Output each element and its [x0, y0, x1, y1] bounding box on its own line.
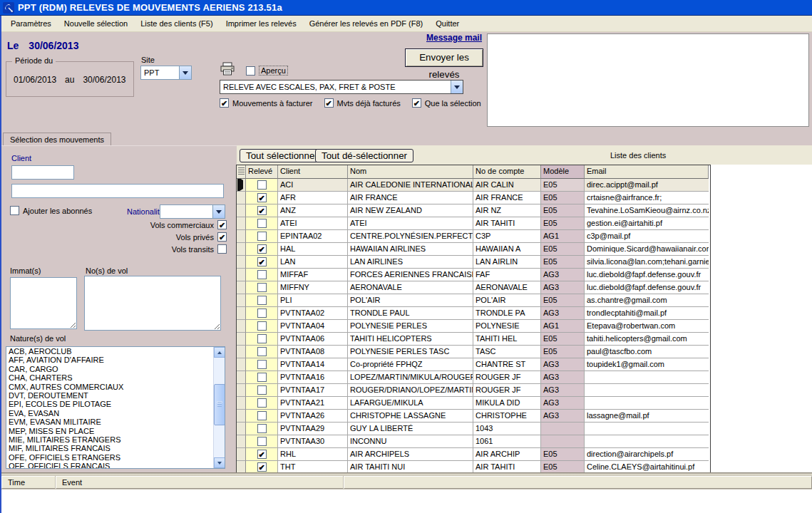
- row-selector-cell[interactable]: [237, 217, 246, 230]
- grid-row[interactable]: PVTNTAA06TAHITI HELICOPTERSTAHITI HELE05…: [237, 333, 710, 346]
- tout-selectionner-button[interactable]: Tout sélectionner: [240, 149, 324, 162]
- releve-checkbox[interactable]: [257, 360, 267, 369]
- ajouter-abonnes-checkbox[interactable]: [10, 206, 19, 215]
- nationalite-dropdown-button[interactable]: [212, 205, 225, 218]
- grid-row[interactable]: ✔ANZAIR NEW ZEALANDAIR NZE05Tevahine.LoS…: [237, 204, 710, 217]
- releve-checkbox[interactable]: [257, 437, 267, 446]
- vols-transits-checkbox[interactable]: [217, 244, 227, 254]
- row-selector-cell[interactable]: [237, 269, 246, 281]
- releve-checkbox[interactable]: [257, 398, 267, 408]
- grid-row[interactable]: PVTNTAA29GUY LA LIBERTÉ1043: [237, 423, 710, 435]
- grid-row[interactable]: MIFFAFFORCES AERIENNES FRANCAISEFAFAG3lu…: [237, 269, 710, 281]
- grid-row[interactable]: ✔AFRAIR FRANCEAIR FRANCEE05crtaisne@airf…: [237, 192, 710, 204]
- log-header-time[interactable]: Time: [1, 476, 56, 489]
- header-nom[interactable]: Nom: [348, 165, 473, 179]
- row-selector-cell[interactable]: [237, 179, 246, 192]
- row-selector-cell[interactable]: [237, 423, 246, 435]
- grid-row[interactable]: PLIPOL'AIRPOL'AIRE05as.chantre@gmail.com: [237, 294, 710, 307]
- nature-list-item[interactable]: DVT, DEROUTEMENT: [9, 391, 213, 400]
- header-email[interactable]: Email: [585, 165, 709, 179]
- nature-list-scrollbar[interactable]: [213, 347, 225, 468]
- title-bar[interactable]: PPT (RDM) RELEVES DE MOUVEMENTS AERIENS …: [0, 0, 812, 16]
- printer-icon[interactable]: [220, 62, 235, 76]
- nature-list-item[interactable]: CMX, AUTRES COMMERCIAUX: [9, 383, 213, 391]
- menu-nouvelle-selection[interactable]: Nouvelle sélection: [58, 17, 134, 30]
- row-selector-cell[interactable]: [237, 204, 246, 217]
- row-selector-cell[interactable]: [237, 230, 246, 243]
- immat-textarea[interactable]: [10, 277, 77, 329]
- releve-checkbox[interactable]: [257, 385, 267, 395]
- vols-prives-checkbox[interactable]: ✔: [217, 232, 227, 242]
- grid-row[interactable]: PVTNTAA16LOPEZ/MARTIN/MIKULA/ROUGERROUGE…: [237, 371, 710, 384]
- releve-checkbox[interactable]: [257, 309, 267, 318]
- apercu-checkbox[interactable]: [246, 66, 255, 76]
- envoyer-les-releves-button[interactable]: Envoyer les relevés: [405, 48, 483, 67]
- nature-list-item[interactable]: OFE, OFFICIELS ETRANGERS: [9, 453, 213, 462]
- nature-list-item[interactable]: MIE, MILITAIRES ETRANGERS: [9, 435, 213, 444]
- row-selector-cell[interactable]: [237, 435, 246, 448]
- nature-list-item[interactable]: CHA, CHARTERS: [9, 373, 213, 382]
- mail-message-textarea[interactable]: [487, 33, 809, 127]
- releve-checkbox[interactable]: ✔: [257, 257, 267, 266]
- releve-checkbox[interactable]: ✔: [257, 450, 267, 459]
- releve-checkbox[interactable]: [257, 321, 267, 331]
- row-selector-cell[interactable]: [237, 397, 246, 410]
- releve-checkbox[interactable]: [257, 347, 267, 356]
- grid-row[interactable]: ✔HALHAWAIIAN AIRLINESHAWAIIAN AE05Domini…: [237, 243, 710, 256]
- releve-checkbox[interactable]: [257, 373, 267, 382]
- releve-checkbox[interactable]: [257, 219, 267, 228]
- grid-row[interactable]: ATEIATEIAIR TAHITIE05gestion.ei@airtahit…: [237, 217, 710, 230]
- releve-type-combobox[interactable]: RELEVE AVEC ESCALES, PAX, FRET & POSTE: [220, 80, 463, 94]
- no-de-vol-textarea[interactable]: [84, 276, 221, 331]
- row-selector-cell[interactable]: [237, 320, 246, 333]
- nature-list-item[interactable]: AFF, AVIATION D'AFFAIRE: [9, 356, 213, 364]
- site-dropdown-button[interactable]: [179, 66, 191, 79]
- tab-selection-des-mouvements[interactable]: Sélection des mouvements: [3, 133, 111, 146]
- releve-checkbox[interactable]: [257, 424, 267, 433]
- menu-parametres[interactable]: Paramètres: [4, 17, 58, 30]
- releve-checkbox[interactable]: ✔: [257, 462, 267, 472]
- releve-checkbox[interactable]: [257, 180, 267, 190]
- que-la-selection-checkbox[interactable]: ✔: [412, 98, 421, 108]
- releve-checkbox[interactable]: ✔: [257, 244, 267, 254]
- grid-row[interactable]: PVTNTAA04POLYNESIE PERLESPOLYNESIEAG1Ete…: [237, 320, 710, 333]
- menu-generer-pdf[interactable]: Générer les relevés en PDF (F8): [303, 17, 430, 30]
- nature-list-item[interactable]: OFF, OFFICIELS FRANCAIS: [9, 462, 213, 468]
- site-combobox[interactable]: PPT: [140, 66, 192, 80]
- grid-row[interactable]: PVTNTAA08POLYNESIE PERLES TASCTASCE05pau…: [237, 346, 710, 358]
- log-header-event[interactable]: Event: [56, 476, 344, 489]
- row-selector-cell[interactable]: [237, 192, 246, 204]
- mvts-deja-factures-checkbox[interactable]: ✔: [324, 98, 334, 108]
- vols-commerciaux-checkbox[interactable]: ✔: [217, 220, 227, 229]
- scrollbar-thumb[interactable]: [214, 384, 225, 425]
- row-selector-cell[interactable]: [237, 256, 246, 269]
- tout-de-selectionner-button[interactable]: Tout dé-sélectionner: [315, 149, 413, 162]
- grid-row[interactable]: PVTNTAA30INCONNU1061: [237, 435, 710, 448]
- nature-list-item[interactable]: EVM, EVASAN MILITAIRE: [9, 418, 213, 426]
- header-no-de-compte[interactable]: No de compte: [473, 165, 541, 179]
- grid-row[interactable]: ✔RHLAIR ARCHIPELSAIR ARCHIPE05direction@…: [237, 448, 710, 461]
- grid-row[interactable]: ✔LANLAN AIRLINESLAN AIRLINE05silvia.lico…: [237, 256, 710, 269]
- grid-row[interactable]: PVTNTAA21LAFARGUE/MIKULAMIKULA DIDAG3: [237, 397, 710, 410]
- header-modele[interactable]: Modèle: [541, 165, 585, 179]
- row-selector-cell[interactable]: [237, 410, 246, 423]
- row-selector-cell[interactable]: [237, 333, 246, 346]
- row-selector-cell[interactable]: [237, 371, 246, 384]
- row-selector-cell[interactable]: [237, 384, 246, 397]
- grid-row[interactable]: PVTNTAA14Co-propriété FPHQZCHANTRE STAG3…: [237, 358, 710, 371]
- mouvements-a-facturer-checkbox[interactable]: ✔: [220, 98, 229, 108]
- nature-list-item[interactable]: CAR, CARGO: [9, 365, 213, 373]
- grid-row[interactable]: EPINTAA02CENTRE.POLYNÉSIEN.PERFECTIONC3P…: [237, 230, 710, 243]
- row-selector-cell[interactable]: [237, 294, 246, 307]
- releve-checkbox[interactable]: [257, 296, 267, 305]
- releve-checkbox[interactable]: ✔: [257, 206, 267, 215]
- nature-list-item[interactable]: ACB, AEROCLUB: [9, 347, 213, 356]
- releve-checkbox[interactable]: ✔: [257, 193, 267, 202]
- row-selector-cell[interactable]: [237, 307, 246, 320]
- header-client[interactable]: Client: [278, 165, 348, 179]
- releve-checkbox[interactable]: [257, 334, 267, 343]
- nationalite-combobox[interactable]: [160, 204, 225, 219]
- scroll-down-button[interactable]: [214, 457, 225, 468]
- nature-list-item[interactable]: EPI, ECOLES DE PILOTAGE: [9, 400, 213, 408]
- menu-liste-des-clients[interactable]: Liste des clients (F5): [134, 17, 219, 30]
